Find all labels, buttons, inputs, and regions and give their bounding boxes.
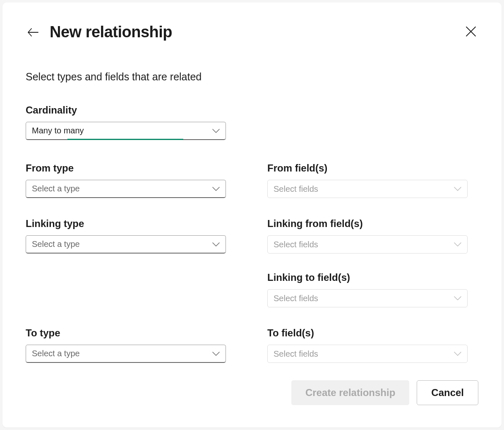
close-button[interactable] bbox=[463, 24, 478, 39]
to-fields-placeholder: Select fields bbox=[274, 349, 318, 359]
from-type-label: From type bbox=[26, 162, 226, 174]
chevron-down-icon bbox=[454, 351, 461, 356]
cardinality-label: Cardinality bbox=[26, 104, 226, 116]
dialog-header: New relationship bbox=[26, 23, 478, 41]
cardinality-field: Cardinality Many to many bbox=[26, 104, 226, 140]
from-fields-field: From field(s) Select fields bbox=[267, 162, 468, 198]
chevron-down-icon bbox=[454, 242, 461, 247]
dialog-subtitle: Select types and fields that are related bbox=[26, 71, 478, 83]
cancel-button[interactable]: Cancel bbox=[417, 380, 478, 405]
cardinality-value: Many to many bbox=[32, 126, 84, 135]
linking-to-fields-field: Linking to field(s) Select fields bbox=[267, 272, 468, 307]
create-relationship-button[interactable]: Create relationship bbox=[291, 380, 409, 405]
chevron-down-icon bbox=[212, 128, 220, 133]
new-relationship-dialog: New relationship Select types and fields… bbox=[2, 2, 502, 428]
to-row: To type Select a type To field(s) Select… bbox=[26, 327, 478, 363]
from-type-placeholder: Select a type bbox=[32, 184, 80, 193]
to-fields-select[interactable]: Select fields bbox=[267, 345, 468, 363]
linking-type-field: Linking type Select a type bbox=[26, 218, 226, 254]
from-type-select[interactable]: Select a type bbox=[26, 180, 226, 198]
linking-row: Linking type Select a type Linking from … bbox=[26, 218, 478, 307]
to-fields-field: To field(s) Select fields bbox=[267, 327, 468, 363]
linking-to-fields-select[interactable]: Select fields bbox=[267, 289, 468, 307]
chevron-down-icon bbox=[212, 242, 220, 247]
linking-from-fields-select[interactable]: Select fields bbox=[267, 235, 468, 254]
from-fields-select[interactable]: Select fields bbox=[267, 180, 468, 198]
cardinality-select[interactable]: Many to many bbox=[26, 122, 226, 140]
close-icon bbox=[466, 26, 476, 37]
linking-to-fields-placeholder: Select fields bbox=[274, 294, 318, 303]
to-type-field: To type Select a type bbox=[26, 327, 226, 363]
dialog-title: New relationship bbox=[50, 23, 172, 41]
linking-type-select[interactable]: Select a type bbox=[26, 235, 226, 254]
linking-fields-stack: Linking from field(s) Select fields Link… bbox=[267, 218, 468, 307]
from-fields-placeholder: Select fields bbox=[274, 184, 318, 194]
chevron-down-icon bbox=[212, 351, 220, 356]
linking-type-label: Linking type bbox=[26, 218, 226, 229]
from-type-field: From type Select a type bbox=[26, 162, 226, 198]
back-button[interactable] bbox=[26, 25, 41, 40]
cardinality-row: Cardinality Many to many bbox=[26, 104, 478, 140]
to-type-label: To type bbox=[26, 327, 226, 339]
dialog-footer: Create relationship Cancel bbox=[291, 380, 478, 405]
chevron-down-icon bbox=[454, 186, 461, 191]
arrow-left-icon bbox=[26, 26, 40, 39]
linking-from-fields-label: Linking from field(s) bbox=[267, 218, 468, 229]
from-fields-label: From field(s) bbox=[267, 162, 468, 174]
linking-to-fields-label: Linking to field(s) bbox=[267, 272, 468, 283]
linking-type-placeholder: Select a type bbox=[32, 239, 80, 249]
linking-from-fields-placeholder: Select fields bbox=[274, 240, 318, 249]
chevron-down-icon bbox=[212, 186, 220, 191]
chevron-down-icon bbox=[454, 296, 461, 301]
to-type-select[interactable]: Select a type bbox=[26, 345, 226, 363]
to-type-placeholder: Select a type bbox=[32, 349, 80, 358]
linking-from-fields-field: Linking from field(s) Select fields bbox=[267, 218, 468, 254]
from-row: From type Select a type From field(s) Se… bbox=[26, 162, 478, 198]
to-fields-label: To field(s) bbox=[267, 327, 468, 339]
